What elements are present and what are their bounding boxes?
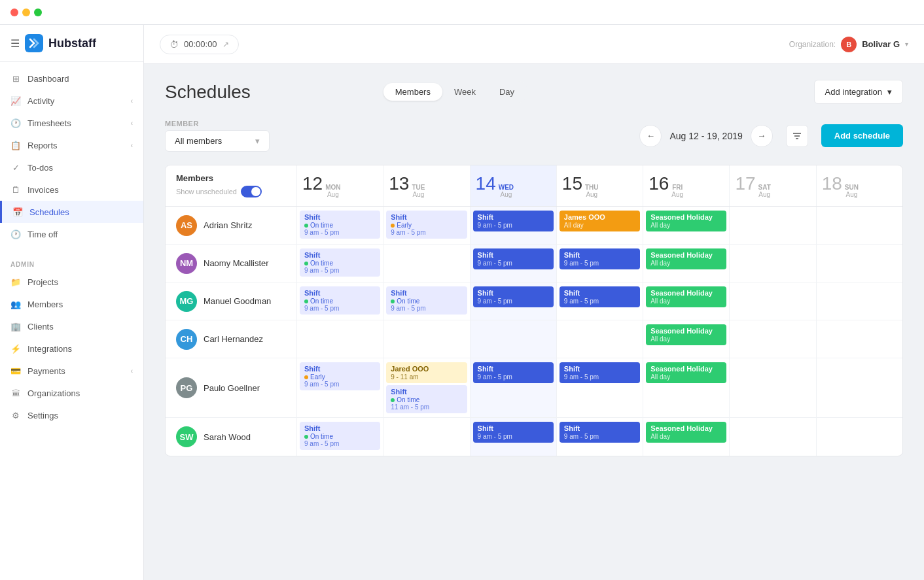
sidebar-item-payments[interactable]: 💳 Payments ‹ (0, 360, 143, 382)
event-time: 9 am - 5 pm (304, 440, 376, 447)
event-chip[interactable]: ShiftOn time9 am - 5 pm (300, 248, 380, 277)
day-cell-0-2: Shift9 am - 5 pm (470, 207, 556, 244)
sidebar-item-schedules[interactable]: 📅 Schedules (0, 201, 143, 223)
event-chip[interactable]: Jared OOO9 - 11 am (386, 362, 467, 383)
org-selector[interactable]: Organization: B Bolivar G ▾ (789, 37, 908, 52)
select-chevron-icon: ▾ (255, 136, 260, 146)
member-name: Naomy Mcallister (204, 258, 269, 268)
event-time: 9 am - 5 pm (304, 381, 376, 388)
day-name-1: TUE (412, 184, 425, 191)
add-integration-button[interactable]: Add integration ▾ (814, 80, 903, 104)
event-sub-text: 9 am - 5 pm (478, 298, 549, 305)
member-avatar: AS (176, 215, 197, 236)
member-select[interactable]: All members ▾ (165, 130, 270, 152)
event-chip[interactable]: ShiftEarly9 am - 5 pm (386, 211, 467, 239)
timer-widget[interactable]: ⏱ 00:00:00 ↗ (160, 35, 239, 54)
event-chip[interactable]: ShiftOn time9 am - 5 pm (300, 211, 380, 239)
event-chip[interactable]: Seasoned HolidayAll day (646, 248, 726, 269)
maximize-button[interactable] (34, 9, 42, 16)
calendar-body: ASAdrian ShritzShiftOn time9 am - 5 pmSh… (166, 207, 902, 456)
day-cell-4-5 (729, 358, 815, 417)
status-dot (391, 299, 395, 303)
day-cell-1-0: ShiftOn time9 am - 5 pm (296, 245, 383, 282)
event-chip[interactable]: Shift9 am - 5 pm (473, 422, 554, 443)
status-dot (391, 398, 395, 402)
event-title: Seasoned Holiday (650, 365, 722, 373)
sidebar-item-organizations[interactable]: 🏛 Organizations (0, 382, 143, 404)
event-chip[interactable]: Seasoned HolidayAll day (646, 324, 726, 345)
day-cell-4-0: ShiftEarly9 am - 5 pm (296, 358, 383, 417)
sidebar-item-activity[interactable]: 📈 Activity ‹ (0, 90, 143, 112)
minimize-button[interactable] (22, 9, 30, 16)
hamburger-icon[interactable]: ☰ (10, 37, 20, 50)
day-cell-4-1: Jared OOO9 - 11 amShiftOn time11 am - 5 … (383, 358, 469, 417)
day-name-2: WED (499, 184, 514, 191)
event-chip[interactable]: Shift9 am - 5 pm (473, 362, 554, 383)
event-chip[interactable]: Shift9 am - 5 pm (560, 248, 640, 269)
member-filter: MEMBER All members ▾ (165, 120, 270, 152)
status-text: On time (397, 298, 419, 305)
next-week-button[interactable]: → (751, 125, 773, 147)
calendar-row: ASAdrian ShritzShiftOn time9 am - 5 pmSh… (166, 207, 902, 245)
timesheets-chevron: ‹ (131, 120, 133, 127)
tab-day[interactable]: Day (488, 83, 526, 101)
status-text: On time (397, 396, 419, 403)
member-avatar: PG (176, 377, 197, 398)
sidebar-item-settings[interactable]: ⚙ Settings (0, 404, 143, 426)
day-header-6: 18 SUN Aug (816, 165, 902, 206)
add-schedule-button[interactable]: Add schedule (821, 124, 903, 147)
event-chip[interactable]: Seasoned HolidayAll day (646, 362, 726, 383)
day-num-6: 18 (822, 173, 842, 194)
event-chip[interactable]: ShiftOn time9 am - 5 pm (300, 422, 380, 450)
sidebar-item-timesheets[interactable]: 🕐 Timesheets ‹ (0, 112, 143, 134)
org-label: Organization: (789, 40, 836, 49)
event-chip[interactable]: ShiftOn time9 am - 5 pm (300, 286, 380, 315)
sidebar-item-dashboard[interactable]: ⊞ Dashboard (0, 67, 143, 90)
event-chip[interactable]: Shift9 am - 5 pm (473, 248, 554, 269)
event-sub-text: All day (650, 373, 722, 381)
event-title: Shift (391, 213, 462, 221)
day-num-3: 15 (562, 173, 582, 194)
sidebar-item-todos[interactable]: ✓ To-dos (0, 156, 143, 179)
sidebar-item-integrations[interactable]: ⚡ Integrations (0, 337, 143, 360)
event-chip[interactable]: Shift9 am - 5 pm (473, 286, 554, 307)
filter-icon-button[interactable] (786, 125, 808, 147)
status-dot (391, 224, 395, 228)
event-title: Shift (478, 289, 549, 297)
sidebar-item-members[interactable]: 👥 Members (0, 293, 143, 315)
member-cell-3: CHCarl Hernandez (166, 320, 296, 358)
event-chip[interactable]: Shift9 am - 5 pm (473, 211, 554, 231)
unscheduled-toggle[interactable] (241, 186, 262, 197)
sidebar-item-invoices[interactable]: 🗒 Invoices (0, 179, 143, 201)
show-unscheduled-label: Show unscheduled (176, 188, 237, 196)
members-col-title: Members (176, 173, 286, 183)
event-chip[interactable]: Seasoned HolidayAll day (646, 422, 726, 443)
calendar-row: SWSarah WoodShiftOn time9 am - 5 pmShift… (166, 418, 902, 456)
event-chip[interactable]: ShiftEarly9 am - 5 pm (300, 362, 380, 390)
sidebar-item-timeoff[interactable]: 🕐 Time off (0, 223, 143, 245)
event-time: 9 am - 5 pm (304, 267, 376, 274)
event-chip[interactable]: ShiftOn time11 am - 5 pm (386, 385, 467, 413)
event-title: Shift (564, 289, 635, 297)
event-chip[interactable]: James OOOAll day (560, 211, 640, 231)
sidebar-item-reports[interactable]: 📋 Reports ‹ (0, 134, 143, 156)
day-cell-5-4: Seasoned HolidayAll day (643, 418, 729, 456)
event-chip[interactable]: ShiftOn time9 am - 5 pm (386, 286, 467, 315)
event-title: Seasoned Holiday (650, 424, 722, 432)
event-sub-text: 9 am - 5 pm (564, 373, 635, 381)
event-title: James OOO (564, 213, 635, 221)
tab-week[interactable]: Week (442, 83, 488, 101)
day-cell-5-1 (383, 418, 469, 456)
close-button[interactable] (10, 9, 18, 16)
day-name-0: MON (325, 184, 340, 191)
day-cell-3-2 (470, 320, 556, 358)
prev-week-button[interactable]: ← (639, 125, 662, 147)
event-chip[interactable]: Seasoned HolidayAll day (646, 286, 726, 307)
event-chip[interactable]: Shift9 am - 5 pm (560, 422, 640, 443)
sidebar-item-projects[interactable]: 📁 Projects (0, 271, 143, 293)
tab-members[interactable]: Members (383, 83, 442, 101)
event-chip[interactable]: Shift9 am - 5 pm (560, 286, 640, 307)
sidebar-item-clients[interactable]: 🏢 Clients (0, 315, 143, 337)
event-chip[interactable]: Seasoned HolidayAll day (646, 211, 726, 231)
event-chip[interactable]: Shift9 am - 5 pm (560, 362, 640, 383)
